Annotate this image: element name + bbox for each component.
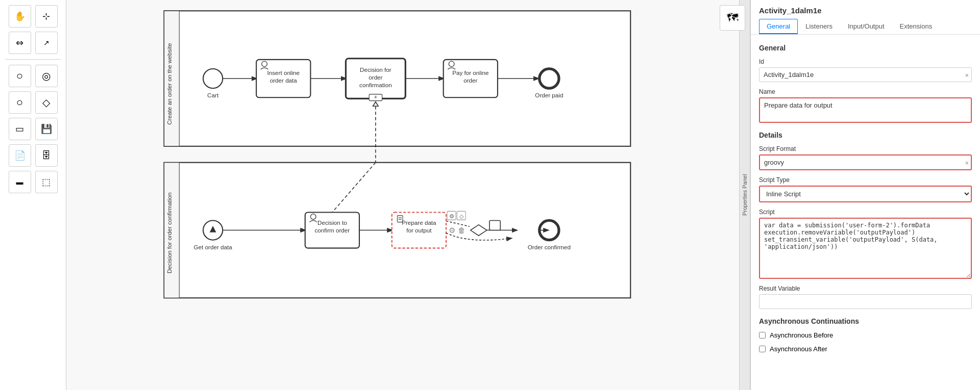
async-after-row: Asynchronous After — [759, 345, 972, 353]
svg-text:Get order data: Get order data — [193, 244, 232, 250]
svg-rect-54 — [489, 220, 500, 230]
svg-rect-45 — [447, 211, 456, 220]
svg-rect-1 — [164, 11, 180, 146]
svg-text:order: order — [369, 74, 382, 81]
svg-rect-3 — [164, 163, 631, 298]
name-input[interactable] — [759, 97, 972, 123]
script-format-clear-button[interactable]: × — [965, 159, 969, 166]
tab-listeners[interactable]: Listeners — [798, 19, 840, 34]
svg-text:confirmation: confirmation — [359, 82, 392, 88]
svg-point-6 — [203, 69, 223, 88]
properties-panel-label: Properties Panel — [742, 174, 748, 216]
svg-text:Decision for: Decision for — [360, 66, 391, 73]
script-format-input[interactable] — [759, 154, 972, 170]
svg-text:for output: for output — [406, 227, 432, 233]
id-clear-button[interactable]: × — [965, 71, 969, 79]
svg-rect-34 — [305, 213, 359, 248]
bold-circle-tool[interactable]: ○ — [9, 91, 31, 114]
svg-text:order data: order data — [270, 77, 298, 84]
svg-text:Order confirmed: Order confirmed — [528, 244, 571, 250]
svg-marker-51 — [471, 225, 487, 236]
name-field-group: Name — [759, 88, 972, 123]
properties-panel-tab[interactable]: Properties Panel — [739, 0, 750, 390]
cylinder-tool[interactable]: 🗄 — [35, 144, 58, 167]
dashed-rect-tool[interactable]: ⬚ — [35, 171, 58, 193]
svg-line-52 — [446, 221, 470, 227]
svg-rect-9 — [256, 60, 310, 97]
doc-tool[interactable]: 📄 — [9, 144, 31, 167]
async-after-label: Asynchronous After — [770, 345, 827, 353]
svg-text:⚙: ⚙ — [449, 226, 455, 235]
general-section-title: General — [759, 44, 972, 52]
svg-text:Insert online: Insert online — [267, 69, 300, 76]
svg-text:Prepare data: Prepare data — [402, 219, 436, 226]
id-field-group: Id × — [759, 58, 972, 82]
script-format-container: × — [759, 154, 972, 170]
panel-tabs: General Listeners Input/Output Extension… — [759, 19, 972, 34]
svg-text:🗑: 🗑 — [458, 226, 465, 235]
svg-point-30 — [203, 220, 223, 240]
script-type-label: Script Type — [759, 176, 972, 184]
name-label: Name — [759, 88, 972, 95]
toolbar: ✋ ⊹ ⇔ ↗ ○ ◎ ○ ◇ ▭ 💾 📄 🗄 ▬ ⬚ — [0, 0, 66, 390]
svg-point-55 — [540, 220, 559, 240]
tab-extensions[interactable]: Extensions — [892, 19, 940, 34]
async-before-label: Asynchronous Before — [770, 331, 833, 339]
thin-circle-tool[interactable]: ○ — [9, 65, 31, 87]
double-circle-tool[interactable]: ◎ — [35, 65, 58, 87]
id-label: Id — [759, 58, 972, 65]
async-before-checkbox[interactable] — [759, 332, 766, 339]
id-input-container: × — [759, 67, 972, 82]
svg-rect-42 — [397, 216, 403, 222]
result-variable-group: Result Variable — [759, 285, 972, 309]
svg-text:Pay for online: Pay for online — [452, 69, 488, 76]
pointer-tool[interactable]: ⊹ — [35, 5, 58, 28]
script-textarea[interactable]: var data = submission('user-form-2').for… — [759, 218, 972, 279]
canvas-area: 🗺 Properties Panel Create an order on th… — [66, 0, 750, 390]
connect-tool[interactable]: ↗ — [35, 32, 58, 54]
svg-text:Decision for order confirmatio: Decision for order confirmation — [166, 192, 173, 273]
diamond-tool[interactable]: ◇ — [35, 91, 58, 114]
bpmn-diagram: Create an order on the website Decision … — [66, 0, 739, 390]
properties-panel: Activity_1dalm1e General Listeners Input… — [750, 0, 980, 390]
hand-tool[interactable]: ✋ — [9, 5, 31, 28]
svg-text:+: + — [374, 93, 377, 100]
tab-input-output[interactable]: Input/Output — [840, 19, 892, 34]
id-input[interactable] — [759, 67, 972, 82]
script-format-group: Script Format × — [759, 145, 972, 170]
small-rect-tool[interactable]: ▬ — [9, 171, 31, 193]
svg-text:order: order — [463, 77, 477, 84]
svg-point-37 — [310, 214, 316, 220]
result-variable-input[interactable] — [759, 294, 972, 309]
map-icon-button[interactable]: 🗺 — [720, 5, 745, 31]
async-section-title: Asynchronous Continuations — [759, 317, 972, 325]
svg-rect-22 — [444, 60, 498, 97]
map-icon: 🗺 — [727, 11, 738, 24]
script-label: Script — [759, 209, 972, 216]
svg-text:Create an order on the website: Create an order on the website — [166, 43, 173, 125]
svg-rect-18 — [369, 94, 382, 101]
script-group: Script var data = submission('user-form-… — [759, 209, 972, 279]
script-type-group: Script Type Inline Script External Resou… — [759, 176, 972, 202]
svg-text:◇: ◇ — [459, 213, 464, 219]
svg-line-58 — [332, 163, 376, 213]
svg-text:Cart: Cart — [207, 92, 219, 98]
svg-rect-0 — [164, 11, 631, 146]
svg-marker-31 — [210, 226, 216, 232]
svg-point-12 — [262, 61, 267, 67]
async-after-checkbox[interactable] — [759, 346, 766, 352]
svg-point-25 — [449, 61, 454, 67]
panel-header: Activity_1dalm1e General Listeners Input… — [751, 0, 980, 35]
svg-text:Order paid: Order paid — [535, 92, 563, 98]
svg-point-27 — [540, 69, 559, 88]
script-format-label: Script Format — [759, 145, 972, 152]
lasso-tool[interactable]: ⇔ — [9, 32, 31, 54]
svg-text:confirm order: confirm order — [314, 227, 350, 233]
svg-rect-39 — [392, 213, 446, 248]
svg-marker-20 — [373, 102, 379, 107]
rectangle-tool[interactable]: ▭ — [9, 118, 31, 140]
tab-general[interactable]: General — [759, 19, 798, 34]
svg-rect-14 — [346, 59, 405, 99]
floppy-tool[interactable]: 💾 — [35, 118, 58, 140]
script-type-select[interactable]: Inline Script External Resource — [759, 186, 972, 202]
